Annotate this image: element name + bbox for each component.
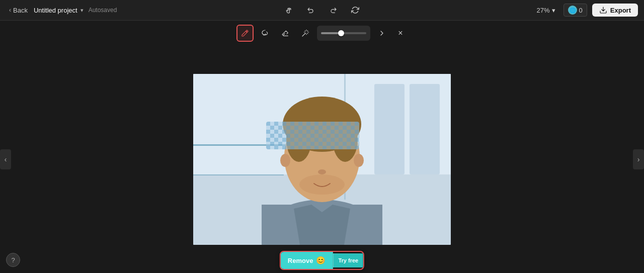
prev-image-button[interactable]: ‹ xyxy=(0,149,11,169)
lasso-icon xyxy=(261,29,269,37)
eraser-tool-button[interactable] xyxy=(277,25,294,42)
eraser-icon xyxy=(281,29,289,37)
person-svg xyxy=(193,74,451,245)
next-image-button[interactable]: › xyxy=(633,149,644,169)
zoom-control[interactable]: 27% ▾ xyxy=(534,5,558,16)
photo-background[interactable] xyxy=(193,74,451,245)
redo-icon xyxy=(329,6,337,14)
topbar-left: ‹ Back Untitled project ▾ Autosaved xyxy=(6,5,278,16)
magic-wand-button[interactable] xyxy=(297,25,314,42)
back-button[interactable]: ‹ Back xyxy=(6,5,31,16)
brush-size-slider[interactable] xyxy=(321,32,366,34)
remove-button-wrapper: Remove 😊 Try free xyxy=(280,251,364,270)
remove-button-main: Remove 😊 xyxy=(281,252,333,269)
svg-point-20 xyxy=(280,154,290,167)
toolbar-strip: × xyxy=(0,21,644,46)
title-dropdown-icon[interactable]: ▾ xyxy=(80,7,84,14)
remove-button[interactable]: Remove 😊 Try free xyxy=(280,251,364,270)
hand-tool-button[interactable] xyxy=(282,3,296,17)
redo-button[interactable] xyxy=(326,3,340,17)
zoom-label: 27% xyxy=(537,7,550,14)
back-chevron-icon: ‹ xyxy=(9,7,11,14)
autosaved-label: Autosaved xyxy=(89,7,117,14)
svg-rect-10 xyxy=(410,84,440,174)
brush-size-slider-container xyxy=(317,26,370,41)
export-label: Export xyxy=(610,7,631,14)
back-label: Back xyxy=(13,7,28,14)
refresh-button[interactable] xyxy=(348,3,362,17)
brush-tool-button[interactable] xyxy=(236,25,254,42)
face-icon: 😊 xyxy=(316,256,326,265)
apply-tool-button[interactable] xyxy=(373,25,390,42)
svg-rect-12 xyxy=(193,174,284,175)
close-toolbar-button[interactable]: × xyxy=(393,26,408,40)
undo-button[interactable] xyxy=(304,3,318,17)
magic-wand-icon xyxy=(301,29,309,37)
zoom-chevron-icon: ▾ xyxy=(552,7,555,14)
notification-icon: 🌐 xyxy=(568,6,577,15)
next-icon: › xyxy=(637,155,640,163)
undo-icon xyxy=(307,6,315,14)
close-icon: × xyxy=(398,29,403,38)
canvas-area: ‹ xyxy=(0,46,644,273)
svg-point-23 xyxy=(299,174,345,195)
person-photo xyxy=(193,74,451,245)
apply-icon xyxy=(378,29,386,37)
try-free-label: Try free xyxy=(338,257,358,263)
download-icon xyxy=(599,6,607,14)
help-button[interactable]: ? xyxy=(6,253,20,267)
project-title: Untitled project xyxy=(34,7,77,14)
topbar-center xyxy=(282,3,362,17)
topbar: ‹ Back Untitled project ▾ Autosaved xyxy=(0,0,644,21)
mask-overlay xyxy=(266,122,359,149)
hand-icon xyxy=(285,6,293,14)
topbar-right: 27% ▾ 🌐 0 Export xyxy=(366,4,638,17)
refresh-icon xyxy=(351,6,359,14)
remove-label: Remove xyxy=(288,257,313,264)
brush-slider-thumb xyxy=(338,30,344,36)
svg-rect-9 xyxy=(374,84,405,174)
svg-point-21 xyxy=(354,154,364,167)
notification-count: 0 xyxy=(579,7,583,14)
svg-point-22 xyxy=(318,169,326,174)
help-icon: ? xyxy=(11,256,15,264)
export-button[interactable]: Export xyxy=(592,4,638,17)
brush-icon xyxy=(241,29,249,37)
svg-rect-28 xyxy=(266,122,359,149)
prev-icon: ‹ xyxy=(5,155,7,163)
image-container: Remove 😊 Try free xyxy=(193,74,451,245)
try-free-badge: Try free xyxy=(333,253,363,267)
notification-button[interactable]: 🌐 0 xyxy=(564,4,587,17)
lasso-tool-button[interactable] xyxy=(257,25,274,42)
checker-svg xyxy=(266,122,359,149)
